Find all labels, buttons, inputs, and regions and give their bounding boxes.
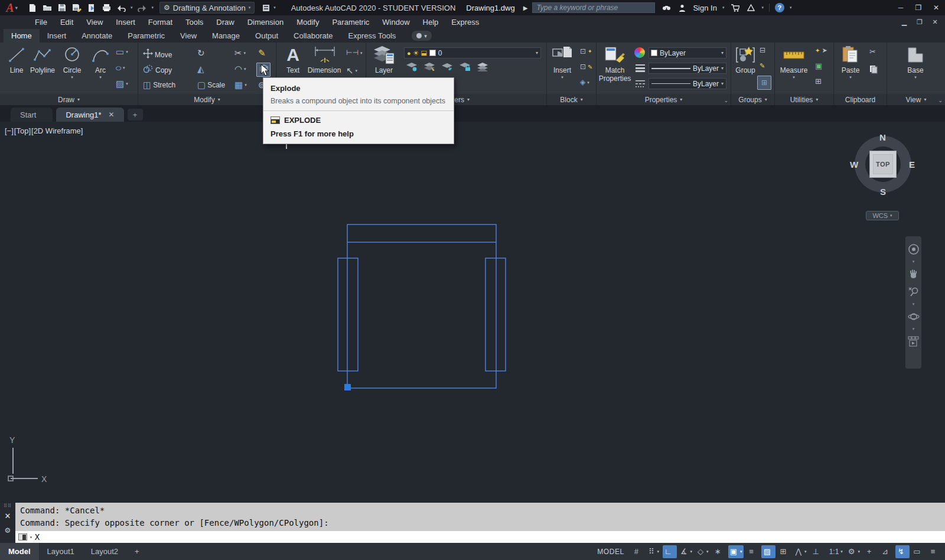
group-button[interactable]: Group: [730, 45, 761, 74]
menu-item[interactable]: Express: [445, 15, 485, 29]
status-toggle[interactable]: +: [863, 545, 878, 558]
ribbon-tab[interactable]: Home: [4, 29, 40, 43]
viewcube[interactable]: TOP N W E S: [852, 134, 914, 195]
dimension-button[interactable]: Dimension: [305, 45, 344, 74]
drag-grip-icon[interactable]: ⠿⠿: [4, 504, 12, 508]
status-toggle[interactable]: ⠿ ▾: [647, 545, 661, 558]
linetype-icon[interactable]: [636, 79, 645, 90]
undo-icon[interactable]: [116, 3, 126, 12]
redo-icon[interactable]: [137, 3, 148, 12]
search-input[interactable]: [532, 2, 655, 13]
leader-button[interactable]: ↖▾: [346, 66, 357, 75]
edit-block-button[interactable]: ⊡✎: [580, 63, 592, 71]
view-dialog-launcher-icon[interactable]: ⌄: [938, 97, 943, 103]
a360-caret-icon[interactable]: ▾: [761, 5, 764, 10]
new-file-icon[interactable]: [27, 3, 38, 12]
object-color-combo[interactable]: ByLayer ▾: [649, 47, 726, 58]
status-toggle[interactable]: ▣ ▾: [728, 545, 744, 558]
fillet-button[interactable]: ◠▾: [234, 64, 246, 73]
menu-item[interactable]: Format: [142, 15, 179, 29]
doc-restore-icon[interactable]: ❐: [912, 18, 927, 26]
menu-item[interactable]: Dimension: [241, 15, 290, 29]
doc-minimize-icon[interactable]: ▁: [897, 18, 912, 26]
cut-button[interactable]: ✂: [869, 47, 876, 56]
right-rail-rect[interactable]: [485, 258, 506, 371]
menu-item[interactable]: Help: [416, 15, 445, 29]
save-icon[interactable]: [57, 3, 67, 12]
circle-button[interactable]: Circle ▾: [57, 45, 87, 80]
copy-clip-button[interactable]: [869, 65, 878, 76]
linear-dim-button[interactable]: ⊢⊣▾: [346, 48, 362, 57]
ribbon-tab[interactable]: Annotate: [74, 29, 120, 43]
file-tab[interactable]: Drawing1* ✕: [56, 108, 123, 122]
properties-dialog-launcher-icon[interactable]: ⌄: [724, 97, 728, 103]
group-edit-button[interactable]: ✎: [760, 61, 765, 70]
qat-more-caret-icon[interactable]: ▾: [273, 5, 276, 10]
color-wheel-icon[interactable]: [634, 47, 645, 58]
workspace-selector[interactable]: ⚙ Drafting & Annotation ▾: [159, 2, 255, 14]
help-caret-icon[interactable]: ▾: [790, 5, 792, 10]
menu-item[interactable]: Parametric: [325, 15, 376, 29]
undo-caret-icon[interactable]: ▾: [131, 5, 133, 10]
panel-label-block[interactable]: Block▾: [547, 94, 596, 105]
rotate-button[interactable]: ↻: [197, 48, 205, 57]
left-rail-rect[interactable]: [338, 258, 358, 371]
autodesk-a360-icon[interactable]: [745, 3, 756, 12]
orbit-icon[interactable]: [908, 310, 920, 324]
file-tab-close-icon[interactable]: ✕: [108, 110, 114, 119]
rectangle-button[interactable]: ▭▾: [116, 47, 128, 56]
hatch-button[interactable]: ▨▾: [116, 79, 128, 88]
viewport-control[interactable]: [2D Wireframe]: [31, 126, 83, 135]
status-toggle[interactable]: ⊿: [879, 545, 894, 558]
status-toggle[interactable]: ⚙ ▾: [846, 545, 862, 558]
restore-button[interactable]: ❐: [910, 0, 927, 15]
paste-button[interactable]: Paste ▾: [835, 45, 866, 80]
transmit-icon[interactable]: [86, 3, 97, 12]
print-icon[interactable]: [101, 3, 112, 12]
group-selection-toggle[interactable]: ⊞: [757, 76, 771, 90]
polyline-button[interactable]: Polyline: [27, 45, 58, 74]
panel-label-view[interactable]: View▾ ⌄: [887, 94, 945, 105]
cloud-tools-button[interactable]: ▾: [412, 31, 432, 41]
status-toggle[interactable]: ▭: [911, 545, 926, 558]
layout-tab[interactable]: Layout1: [39, 543, 83, 560]
panel-label-clipboard[interactable]: Clipboard: [834, 94, 887, 105]
sign-in-caret-icon[interactable]: ▾: [722, 5, 725, 10]
doc-close-icon[interactable]: ✕: [927, 18, 943, 26]
qat-customize-icon[interactable]: [260, 3, 271, 12]
layer-lock-button[interactable]: [458, 61, 471, 72]
customize-wrench-icon[interactable]: ⚙: [5, 526, 11, 535]
zoom-icon[interactable]: [908, 285, 920, 299]
minimize-button[interactable]: ─: [892, 0, 910, 15]
steering-wheel-icon[interactable]: [908, 242, 920, 256]
status-toggle[interactable]: ∟: [663, 545, 677, 558]
text-button[interactable]: A Text: [278, 45, 308, 74]
point-style-button[interactable]: ▣: [815, 61, 822, 70]
ribbon-tab[interactable]: Express Tools: [341, 29, 404, 43]
quick-select-button[interactable]: ✦➤: [815, 46, 827, 55]
erase-button[interactable]: ✎: [258, 48, 266, 57]
layout-tab[interactable]: +: [126, 543, 148, 560]
viewport-control[interactable]: [Top]: [14, 126, 31, 135]
zoom-caret-icon[interactable]: ▾: [913, 302, 915, 306]
status-toggle[interactable]: #: [631, 545, 645, 558]
ungroup-button[interactable]: ⊟: [760, 46, 765, 55]
search-expand-icon[interactable]: ▶: [523, 5, 528, 11]
layout-tab[interactable]: Layout2: [83, 543, 126, 560]
lineweight-combo[interactable]: ByLayer ▾: [649, 63, 726, 74]
ribbon-tab[interactable]: Collaborate: [286, 29, 341, 43]
viewcube-top-face[interactable]: TOP: [869, 151, 897, 178]
status-toggle[interactable]: 1:1 ▾: [826, 545, 845, 558]
viewcube-south[interactable]: S: [880, 187, 886, 197]
wheel-caret-icon[interactable]: ▾: [913, 260, 915, 263]
create-block-button[interactable]: ⊡✦: [580, 47, 592, 56]
wcs-dropdown[interactable]: WCS ▾: [866, 211, 899, 220]
panel-label-properties[interactable]: Properties▾ ⌄: [597, 94, 731, 105]
app-menu-button[interactable]: A ▾: [0, 0, 24, 15]
layer-properties-button[interactable]: Layer: [369, 45, 399, 74]
app-store-cart-icon[interactable]: [729, 3, 740, 12]
base-button[interactable]: Base ▾: [900, 45, 931, 80]
command-input-row[interactable]: ▾ X: [15, 531, 945, 543]
menu-item[interactable]: Edit: [54, 15, 80, 29]
status-toggle[interactable]: ⊥: [810, 545, 825, 558]
